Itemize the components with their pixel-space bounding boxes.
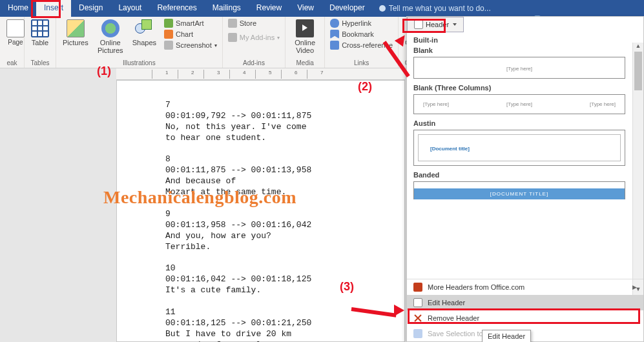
edit-header-icon [413, 298, 422, 307]
tab-references[interactable]: References [149, 0, 204, 17]
header-button[interactable]: Header [407, 17, 464, 32]
chevron-down-icon [453, 23, 457, 26]
placeholder-text: [Type here] [506, 101, 532, 107]
annotation-label-2: (2) [358, 80, 372, 94]
group-media: Media [289, 59, 320, 68]
online-video-button[interactable]: Online Video [289, 18, 320, 55]
placeholder-text: [Type here] [506, 66, 532, 72]
gallery-item-banded[interactable]: [DOCUMENT TITLE] [413, 181, 625, 199]
remove-header-item[interactable]: Remove Header [407, 310, 643, 326]
video-label: Online Video [292, 39, 318, 54]
edit-header-item[interactable]: Edit Header [407, 295, 643, 310]
video-icon [296, 19, 314, 37]
online-pictures-icon [101, 19, 119, 37]
edit-header-tooltip: Edit Header [482, 330, 531, 342]
gallery-banded-label: Banded [413, 171, 625, 179]
tab-review[interactable]: Review [249, 0, 289, 17]
tab-bar: Home Insert Design Layout References Mai… [0, 0, 644, 17]
tell-me-search[interactable]: Tell me what you want to do... [373, 0, 497, 17]
tab-mailings[interactable]: Mailings [205, 0, 249, 17]
myaddins-label: My Add-ins [240, 34, 275, 41]
gallery-item-blank[interactable]: [Type here] [413, 57, 625, 79]
store-label: Store [240, 19, 256, 27]
save-icon [413, 329, 422, 338]
bookmark-icon [330, 30, 339, 39]
screenshot-button[interactable]: Screenshot ▾ [163, 40, 218, 50]
more-headers-label: More Headers from Office.com [428, 283, 525, 291]
placeholder-text: [Type here] [590, 101, 616, 107]
page-break-button[interactable]: Page [4, 18, 27, 47]
store-button[interactable]: Store [227, 18, 281, 28]
tab-developer[interactable]: Developer [322, 0, 373, 17]
hyperlink-label: Hyperlink [342, 19, 371, 27]
table-button[interactable]: Table [28, 18, 52, 48]
my-addins-button[interactable]: My Add-ins ▾ [227, 32, 281, 43]
shapes-button[interactable]: Shapes [130, 18, 159, 48]
tab-design[interactable]: Design [71, 0, 110, 17]
gallery-item-blank-three-columns[interactable]: [Type here] [Type here] [Type here] [413, 94, 625, 114]
gallery-blank-label: Blank [413, 46, 625, 54]
austin-placeholder: [Document title] [430, 146, 470, 152]
tab-layout[interactable]: Layout [110, 0, 149, 17]
tab-home[interactable]: Home [0, 0, 36, 17]
table-label: Table [32, 39, 48, 46]
screenshot-icon [164, 41, 173, 50]
addins-icon [228, 33, 237, 42]
shapes-icon [135, 19, 153, 37]
tab-insert[interactable]: Insert [36, 0, 71, 17]
annotation-label-3: (3) [340, 280, 354, 294]
smartart-button[interactable]: SmartArt [163, 18, 218, 28]
header-icon [414, 20, 423, 29]
pictures-button[interactable]: Pictures [60, 18, 91, 48]
group-illustrations: Illustrations [60, 59, 218, 68]
group-tables: Tables [28, 59, 52, 68]
hyperlink-button[interactable]: Hyperlink [329, 18, 394, 28]
cross-ref-icon [330, 41, 339, 50]
group-break-trunc: eak [4, 59, 20, 68]
edit-header-label: Edit Header [428, 299, 465, 307]
document-text[interactable]: 7 00:01:09,792 --> 00:01:11,875 No, not … [165, 100, 311, 342]
dropdown-footer: More Headers from Office.com ▶ Edit Head… [407, 279, 643, 341]
table-icon [31, 19, 49, 37]
smartart-icon [164, 19, 173, 28]
header-gallery[interactable]: Blank [Type here] Blank (Three Columns) … [407, 43, 632, 295]
gallery-item-austin[interactable]: [Document title] [413, 130, 625, 166]
chart-icon [164, 30, 173, 39]
remove-icon [413, 314, 422, 323]
remove-header-label: Remove Header [428, 314, 479, 322]
chevron-right-icon: ▶ [632, 284, 637, 290]
scroll-thumb[interactable] [634, 52, 642, 90]
chart-label: Chart [176, 30, 193, 38]
hyperlink-icon [330, 19, 339, 28]
screenshot-label: Screenshot [176, 41, 212, 49]
header-button-label: Header [426, 21, 449, 28]
page-break-icon [6, 19, 25, 37]
online-pictures-label: Online Pictures [98, 39, 123, 54]
save-selection-label: Save Selection to [428, 330, 483, 337]
watermark-text: Mechanicalengblog.com [103, 187, 296, 208]
office-icon [413, 283, 422, 292]
gallery-blank3-label: Blank (Three Columns) [413, 84, 625, 92]
chart-button[interactable]: Chart [163, 29, 218, 39]
pictures-icon [67, 19, 85, 37]
tab-view[interactable]: View [289, 0, 322, 17]
header-dropdown: Header Built-in Blank [Type here] Blank … [406, 16, 644, 342]
more-headers-item[interactable]: More Headers from Office.com ▶ [407, 279, 643, 295]
horizontal-ruler[interactable]: 1234567 [116, 68, 405, 80]
banded-placeholder: [DOCUMENT TITLE] [414, 188, 625, 199]
store-icon [228, 19, 237, 28]
placeholder-text: [Type here] [423, 101, 449, 107]
annotation-arrow-2 [369, 35, 408, 84]
annotation-arrow-3 [351, 296, 410, 315]
shapes-label: Shapes [132, 39, 156, 46]
group-addins: Add-ins [227, 59, 281, 68]
annotation-label-1: (1) [97, 65, 111, 78]
scroll-up-arrow[interactable]: ▲ [633, 43, 643, 52]
bulb-icon [379, 5, 386, 12]
gallery-austin-label: Austin [413, 119, 625, 127]
smartart-label: SmartArt [176, 19, 203, 27]
gallery-scrollbar[interactable]: ▲ ▼ [632, 43, 643, 295]
pictures-label: Pictures [63, 39, 88, 46]
tell-me-label: Tell me what you want to do... [389, 4, 491, 13]
online-pictures-button[interactable]: Online Pictures [95, 18, 126, 55]
